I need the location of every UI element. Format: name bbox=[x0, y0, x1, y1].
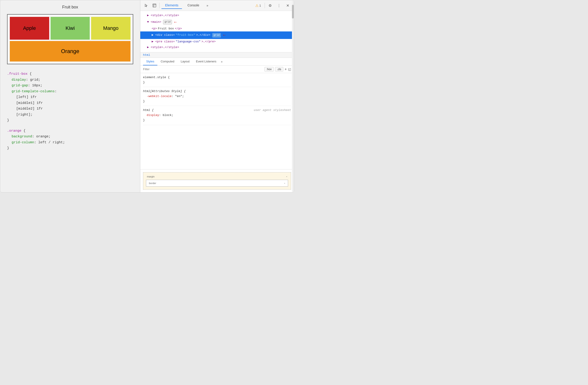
tree-row-p[interactable]: <p>Fruit box</p> bbox=[140, 26, 294, 32]
filter-buttons: :hov .cls + ◱ bbox=[264, 67, 291, 71]
tab-layout[interactable]: Layout bbox=[177, 58, 193, 65]
warning-count: 1 bbox=[259, 4, 261, 7]
filter-bar: :hov .cls + ◱ bbox=[140, 66, 294, 73]
arrow-main: ← bbox=[174, 19, 177, 25]
add-rule-icon[interactable]: + bbox=[285, 67, 287, 71]
inspect-icon[interactable] bbox=[151, 2, 158, 9]
code-section-fruit-box: .fruit-box { display: grid; grid-gap: 10… bbox=[7, 71, 133, 124]
panel-title: Fruit box bbox=[7, 5, 133, 10]
fruit-box-demo: Apple Kiwi Mango Orange bbox=[7, 14, 133, 64]
tab-styles[interactable]: Styles bbox=[143, 58, 157, 65]
hov-button[interactable]: :hov bbox=[264, 67, 274, 71]
box-inner: border - bbox=[146, 180, 288, 187]
code-section-orange: .orange { background: orange; grid-colum… bbox=[7, 128, 133, 151]
more-styles-tabs[interactable]: » bbox=[220, 58, 224, 65]
css-rules-panel: element.style { } html[Attributes Style]… bbox=[140, 73, 294, 169]
grid-badge-div: grid bbox=[212, 33, 221, 38]
fruit-mango: Mango bbox=[91, 17, 130, 40]
html-attributes-rule: html[Attributes Style] { -webkit-locale:… bbox=[143, 89, 291, 106]
devtools-topbar: Elements Console » ⚠ 1 ⚙ ⋮ ✕ bbox=[140, 0, 294, 11]
svg-rect-0 bbox=[153, 4, 156, 7]
tree-row-div-fruit-box[interactable]: ▶ <div class="fruit-box">…</div> grid ← bbox=[140, 31, 294, 39]
more-tabs-icon[interactable]: » bbox=[205, 2, 210, 9]
margin-value: - bbox=[286, 175, 287, 178]
cursor-icon[interactable] bbox=[143, 2, 149, 9]
html-rule: html { user agent stylesheet display: bl… bbox=[143, 108, 291, 125]
separator-2 bbox=[265, 3, 265, 8]
cls-button[interactable]: .cls bbox=[275, 67, 283, 71]
more-options-icon[interactable]: ⋮ bbox=[275, 2, 283, 9]
margin-label: margin bbox=[147, 175, 155, 178]
tab-event-listeners[interactable]: Event Listeners bbox=[193, 58, 220, 65]
border-value: - bbox=[284, 182, 285, 185]
box-model: margin - border - bbox=[143, 172, 291, 190]
tree-row-style-1[interactable]: ▶ <style>…</style> bbox=[140, 13, 294, 19]
breadcrumb-html[interactable]: html bbox=[143, 53, 150, 57]
tree-row-style-2[interactable]: ▶ <style>…</style> bbox=[140, 45, 294, 50]
code-block: .fruit-box { display: grid; grid-gap: 10… bbox=[7, 71, 133, 151]
breadcrumb-bar: html bbox=[140, 52, 294, 58]
close-icon[interactable]: ✕ bbox=[284, 2, 291, 9]
styles-tabbar: Styles Computed Layout Event Listeners » bbox=[140, 58, 294, 66]
fruit-kiwi: Kiwi bbox=[51, 17, 90, 40]
element-style-rule: element.style { } bbox=[143, 75, 291, 87]
box-model-section: margin - border - bbox=[140, 169, 294, 192]
tab-elements[interactable]: Elements bbox=[162, 2, 182, 9]
border-row: border - bbox=[147, 181, 287, 185]
grid-badge-main: grid bbox=[163, 20, 172, 24]
fruit-orange: Orange bbox=[10, 41, 130, 62]
tree-row-pre[interactable]: ▶ <pre class="language-css">…</pre> bbox=[140, 39, 294, 45]
arrow-div: ← bbox=[223, 32, 226, 39]
elements-tree: ▶ <style>…</style> ▼ <main> grid ← <p>Fr… bbox=[140, 11, 294, 52]
tab-console[interactable]: Console bbox=[184, 2, 203, 9]
left-panel: Fruit box Apple Kiwi Mango Orange .fruit… bbox=[0, 0, 140, 192]
box-model-toggle-icon[interactable]: ◱ bbox=[288, 67, 291, 71]
margin-row: margin - bbox=[145, 174, 289, 179]
scrollbar-thumb[interactable] bbox=[292, 5, 294, 19]
warning-badge: ⚠ 1 bbox=[253, 2, 263, 9]
filter-input[interactable] bbox=[143, 67, 263, 71]
tab-computed[interactable]: Computed bbox=[157, 58, 177, 65]
devtools-panel: Elements Console » ⚠ 1 ⚙ ⋮ ✕ ▶ <style>…<… bbox=[140, 0, 294, 192]
settings-icon[interactable]: ⚙ bbox=[267, 2, 273, 9]
scrollbar[interactable] bbox=[292, 0, 294, 192]
tree-row-main[interactable]: ▼ <main> grid ← bbox=[140, 19, 294, 26]
border-label: border bbox=[149, 182, 156, 185]
fruit-apple: Apple bbox=[10, 17, 49, 40]
warning-icon: ⚠ bbox=[255, 3, 258, 8]
separator-1 bbox=[159, 3, 160, 8]
